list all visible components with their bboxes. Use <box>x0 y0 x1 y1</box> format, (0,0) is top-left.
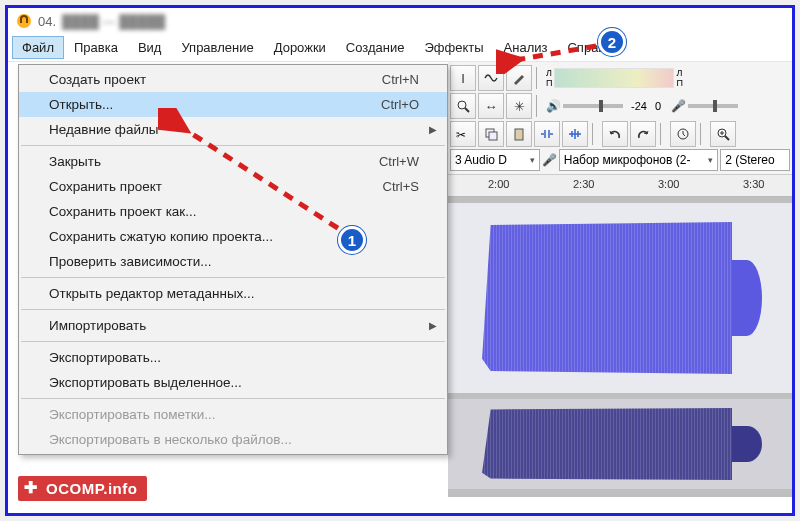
tool-multi[interactable]: ✳ <box>506 93 532 119</box>
menu-item-label: Экспортировать выделенное... <box>49 375 242 390</box>
menu-item-17: Экспортировать пометки... <box>19 402 447 427</box>
chevron-down-icon: ▾ <box>708 155 713 165</box>
undo-button[interactable] <box>602 121 628 147</box>
menu-item-shortcut: Ctrl+N <box>382 72 419 87</box>
svg-line-2 <box>465 108 469 112</box>
menu-analyze[interactable]: Анализ <box>494 36 558 59</box>
waveform-tail-1 <box>732 260 762 336</box>
menu-item-label: Экспортировать пометки... <box>49 407 216 422</box>
menu-item-12[interactable]: Импортировать▶ <box>19 313 447 338</box>
menu-item-label: Импортировать <box>49 318 146 333</box>
annotation-badge-2: 2 <box>598 28 626 56</box>
tick-4: 3:30 <box>743 178 764 190</box>
timeline-ruler[interactable]: 2:00 2:30 3:00 3:30 <box>448 175 792 197</box>
menu-edit[interactable]: Правка <box>64 36 128 59</box>
toolbars: I Л П Л П <box>448 62 792 175</box>
chevron-down-icon: ▾ <box>530 155 535 165</box>
channels-combo[interactable]: 2 (Stereo <box>720 149 790 171</box>
zoom-in-button[interactable] <box>710 121 736 147</box>
input-device-combo[interactable]: Набор микрофонов (2- ▾ <box>559 149 718 171</box>
menu-item-label: Недавние файлы <box>49 122 159 137</box>
svg-point-1 <box>458 101 466 109</box>
menu-generate[interactable]: Создание <box>336 36 415 59</box>
host-combo[interactable]: 3 Audio D ▾ <box>450 149 540 171</box>
watermark: OCOMP.info <box>18 476 147 501</box>
tool-envelope[interactable] <box>478 65 504 91</box>
menu-item-label: Открыть редактор метаданных... <box>49 286 255 301</box>
title-blurred: ████ — █████ <box>62 14 165 29</box>
tool-timeshift[interactable]: ↔ <box>478 93 504 119</box>
db-zero: 0 <box>655 100 661 112</box>
rec-meter-r-label: П <box>676 78 682 88</box>
menu-item-10[interactable]: Открыть редактор метаданных... <box>19 281 447 306</box>
menu-view[interactable]: Вид <box>128 36 172 59</box>
menu-item-15[interactable]: Экспортировать выделенное... <box>19 370 447 395</box>
file-menu-dropdown: Создать проектCtrl+NОткрыть...Ctrl+OНеда… <box>18 64 448 455</box>
tool-draw[interactable] <box>506 65 532 91</box>
menu-item-1[interactable]: Открыть...Ctrl+O <box>19 92 447 117</box>
annotation-badge-1: 1 <box>338 226 366 254</box>
menu-transport[interactable]: Управление <box>171 36 263 59</box>
trim-button[interactable] <box>534 121 560 147</box>
title-prefix: 04. <box>38 14 56 29</box>
menu-item-shortcut: Ctrl+O <box>381 97 419 112</box>
tick-2: 2:30 <box>573 178 594 190</box>
chevron-right-icon: ▶ <box>429 320 437 331</box>
sync-lock-button[interactable] <box>670 121 696 147</box>
titlebar: 04. ████ — █████ <box>8 8 792 34</box>
menu-item-14[interactable]: Экспортировать... <box>19 345 447 370</box>
tool-zoom[interactable] <box>450 93 476 119</box>
tick-3: 3:00 <box>658 178 679 190</box>
tool-selection[interactable]: I <box>450 65 476 91</box>
record-volume-slider[interactable] <box>688 104 738 108</box>
play-meter[interactable] <box>554 68 674 88</box>
menu-effects[interactable]: Эффекты <box>414 36 493 59</box>
menu-item-shortcut: Ctrl+W <box>379 154 419 169</box>
menu-separator <box>21 398 445 399</box>
menu-tracks[interactable]: Дорожки <box>264 36 336 59</box>
host-value: 3 Audio D <box>455 153 507 167</box>
track-area[interactable] <box>448 197 792 497</box>
menu-item-6[interactable]: Сохранить проект как... <box>19 199 447 224</box>
redo-button[interactable] <box>630 121 656 147</box>
menubar: Файл Правка Вид Управление Дорожки Созда… <box>8 34 792 62</box>
menu-separator <box>21 145 445 146</box>
cut-button[interactable]: ✂ <box>450 121 476 147</box>
tick-1: 2:00 <box>488 178 509 190</box>
menu-separator <box>21 309 445 310</box>
menu-item-4[interactable]: ЗакрытьCtrl+W <box>19 149 447 174</box>
menu-item-7[interactable]: Сохранить сжатую копию проекта... <box>19 224 447 249</box>
svg-line-9 <box>725 136 729 140</box>
silence-button[interactable] <box>562 121 588 147</box>
playback-volume-slider[interactable] <box>563 104 623 108</box>
clock-icon <box>676 127 690 141</box>
app-icon <box>16 13 32 29</box>
menu-item-label: Закрыть <box>49 154 101 169</box>
menu-item-0[interactable]: Создать проектCtrl+N <box>19 67 447 92</box>
menu-file[interactable]: Файл <box>12 36 64 59</box>
menu-item-label: Экспортировать в несколько файлов... <box>49 432 292 447</box>
menu-item-8[interactable]: Проверить зависимости... <box>19 249 447 274</box>
silence-icon <box>567 127 583 141</box>
waveform-tail-2 <box>732 426 762 462</box>
waveform-channel-1 <box>448 222 732 374</box>
menu-item-5[interactable]: Сохранить проектCtrl+S <box>19 174 447 199</box>
paste-button[interactable] <box>506 121 532 147</box>
menu-item-label: Сохранить проект <box>49 179 162 194</box>
rec-meter-l-label: Л <box>676 68 682 78</box>
paste-icon <box>512 127 526 141</box>
copy-icon <box>484 127 498 141</box>
copy-button[interactable] <box>478 121 504 147</box>
scissors-icon: ✂ <box>456 127 470 141</box>
menu-item-2[interactable]: Недавние файлы▶ <box>19 117 447 142</box>
zoom-in-icon <box>716 127 730 141</box>
mic-icon-2: 🎤 <box>542 153 557 167</box>
svg-text:✂: ✂ <box>456 128 466 141</box>
waveform-channel-2 <box>448 408 732 480</box>
menu-item-label: Создать проект <box>49 72 146 87</box>
trim-icon <box>539 127 555 141</box>
menu-item-label: Проверить зависимости... <box>49 254 211 269</box>
menu-item-label: Открыть... <box>49 97 113 112</box>
menu-separator <box>21 277 445 278</box>
db-value: -24 <box>631 100 647 112</box>
